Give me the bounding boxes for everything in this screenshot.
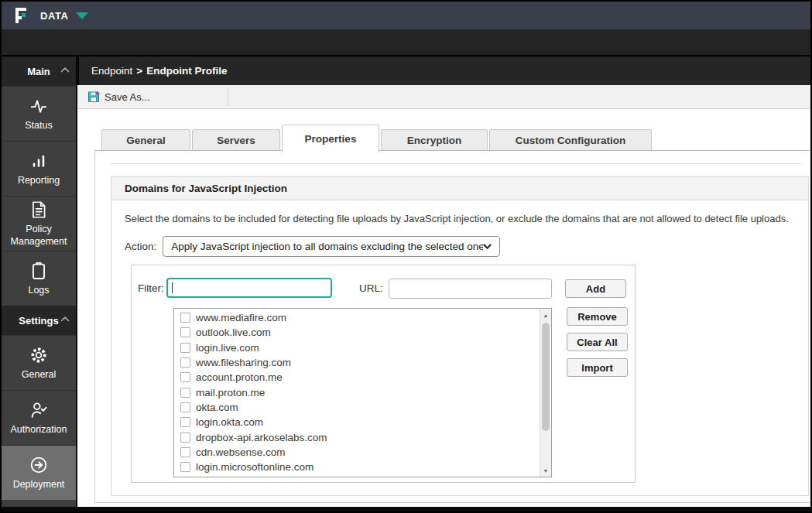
domain-row[interactable]: login.live.com <box>174 340 540 355</box>
tab-encryption[interactable]: Encryption <box>381 129 488 150</box>
content-left-border <box>94 150 95 504</box>
domain-group-box: Filter: URL: Add www.mediafire.com outlo… <box>131 265 636 483</box>
text-caret <box>172 282 173 293</box>
activity-icon <box>29 96 49 120</box>
domain-row[interactable]: dropbox-api.arkoselabs.com <box>174 429 540 444</box>
scrollbar-thumb[interactable] <box>542 323 550 431</box>
tab-label: Properties <box>305 133 357 145</box>
tab-strip: General Servers Properties Encryption Cu… <box>94 124 810 150</box>
caret-down-icon <box>76 12 88 19</box>
domain-row[interactable]: login.okta.com <box>174 415 540 429</box>
domain-row[interactable]: www.filesharing.com <box>174 355 540 370</box>
domain-list: www.mediafire.com outlook.live.com login… <box>173 308 552 477</box>
sidebar-item-status[interactable]: Status <box>2 86 76 141</box>
gear-icon <box>29 345 49 369</box>
toolbar: Save As... <box>77 85 810 109</box>
import-button[interactable]: Import <box>567 358 628 377</box>
domain-label: login.okta.com <box>196 416 263 428</box>
tab-custom-configuration[interactable]: Custom Configuration <box>489 129 652 150</box>
section-title: Domains for JavaScript Injection <box>111 177 808 200</box>
top-bar: DATA <box>2 2 810 29</box>
forcepoint-logo-icon <box>15 8 29 23</box>
arrow-right-circle-icon <box>29 455 49 479</box>
toolbar-divider <box>228 87 228 106</box>
product-menu-label: DATA <box>40 10 69 22</box>
domain-checkbox[interactable] <box>180 372 190 382</box>
domain-checkbox[interactable] <box>180 433 190 443</box>
sidebar-item-reporting[interactable]: Reporting <box>2 141 76 196</box>
chevron-up-icon <box>60 316 70 323</box>
domain-label: mail.proton.me <box>196 387 265 398</box>
page-title: Endpoint Profile <box>146 65 227 77</box>
domain-checkbox[interactable] <box>180 313 190 323</box>
domain-row[interactable]: www.mediafire.com <box>174 310 540 325</box>
domain-checkbox[interactable] <box>180 462 190 472</box>
action-label: Action: <box>125 241 156 252</box>
filter-label: Filter: <box>138 282 164 294</box>
domain-label: www.mediafire.com <box>196 312 286 323</box>
sidebar-section-main[interactable]: Main <box>2 56 76 86</box>
product-menu[interactable]: DATA <box>40 10 88 22</box>
domain-row[interactable]: account.proton.me <box>174 370 540 385</box>
filter-input[interactable] <box>166 278 332 298</box>
domain-label: www.filesharing.com <box>196 357 291 368</box>
user-check-icon <box>29 400 49 424</box>
window-border-bottom <box>2 507 810 511</box>
domain-row[interactable]: outlook.live.com <box>174 325 540 340</box>
chevron-down-icon <box>483 244 492 250</box>
tab-content-area: General Servers Properties Encryption Cu… <box>77 109 810 507</box>
domain-checkbox[interactable] <box>180 388 190 398</box>
sidebar-item-label: Reporting <box>18 175 60 187</box>
sidebar-item-policy-management[interactable]: Policy Management <box>2 196 76 251</box>
sidebar-item-label: Logs <box>28 285 49 297</box>
app-window: DATA Main Status Reporting Policy Manage… <box>0 0 812 513</box>
domain-checkbox[interactable] <box>180 447 190 457</box>
domain-row[interactable]: login.microsoftonline.com <box>174 460 540 474</box>
domain-row[interactable]: mail.proton.me <box>174 385 540 399</box>
domain-row[interactable]: okta.com <box>174 400 540 415</box>
domain-label: cdn.websense.com <box>196 446 286 458</box>
action-selected-value: Apply JavaScript injection to all domain… <box>171 241 483 252</box>
tab-properties[interactable]: Properties <box>282 125 379 152</box>
sidebar-section-label: Main <box>27 66 50 77</box>
sidebar-item-deployment[interactable]: Deployment <box>2 445 76 500</box>
sidebar-item-general[interactable]: General <box>2 335 76 390</box>
domain-checkbox[interactable] <box>180 343 190 353</box>
breadcrumb-parent[interactable]: Endpoint <box>91 65 132 77</box>
tab-servers[interactable]: Servers <box>192 129 280 150</box>
action-row: Action: Apply JavaScript injection to al… <box>125 236 808 257</box>
sidebar-item-label: Authorization <box>11 424 67 436</box>
sidebar-item-logs[interactable]: Logs <box>2 251 76 306</box>
tab-label: Encryption <box>407 135 462 146</box>
scroll-up-icon[interactable]: ▲ <box>540 309 551 321</box>
domain-label: account.proton.me <box>196 371 283 383</box>
save-as-button[interactable]: Save As... <box>77 91 150 103</box>
domain-checkbox[interactable] <box>180 357 190 368</box>
action-select[interactable]: Apply JavaScript injection to all domain… <box>163 236 500 257</box>
add-button[interactable]: Add <box>565 279 626 298</box>
tab-strip-border <box>94 150 810 151</box>
sidebar-item-authorization[interactable]: Authorization <box>2 390 76 445</box>
domain-checkbox[interactable] <box>180 417 190 427</box>
chevron-up-icon <box>60 67 70 74</box>
breadcrumb-separator: > <box>136 65 142 77</box>
clear-all-button[interactable]: Clear All <box>567 333 628 351</box>
url-label: URL: <box>359 282 383 294</box>
content-bottom-border <box>94 502 810 503</box>
scrolled-section-edge <box>111 163 801 164</box>
sidebar-section-settings[interactable]: Settings <box>2 306 76 335</box>
domain-label: dropbox-api.arkoselabs.com <box>196 432 327 443</box>
url-input[interactable] <box>389 279 552 299</box>
domain-row[interactable]: cdn.websense.com <box>174 445 540 460</box>
domain-checkbox[interactable] <box>180 402 190 412</box>
breadcrumb: Endpoint > Endpoint Profile <box>77 55 810 85</box>
tab-general[interactable]: General <box>101 129 190 150</box>
tab-label: Custom Configuration <box>516 135 625 146</box>
scrollbar: ▲ ▼ <box>540 309 551 477</box>
domain-label: outlook.live.com <box>196 327 271 338</box>
domain-row[interactable]: api.flickr.com <box>174 474 540 477</box>
remove-button[interactable]: Remove <box>567 307 628 326</box>
scroll-down-icon[interactable]: ▼ <box>540 464 551 477</box>
domain-checkbox[interactable] <box>180 327 190 337</box>
domain-label: api.flickr.com <box>196 476 256 477</box>
